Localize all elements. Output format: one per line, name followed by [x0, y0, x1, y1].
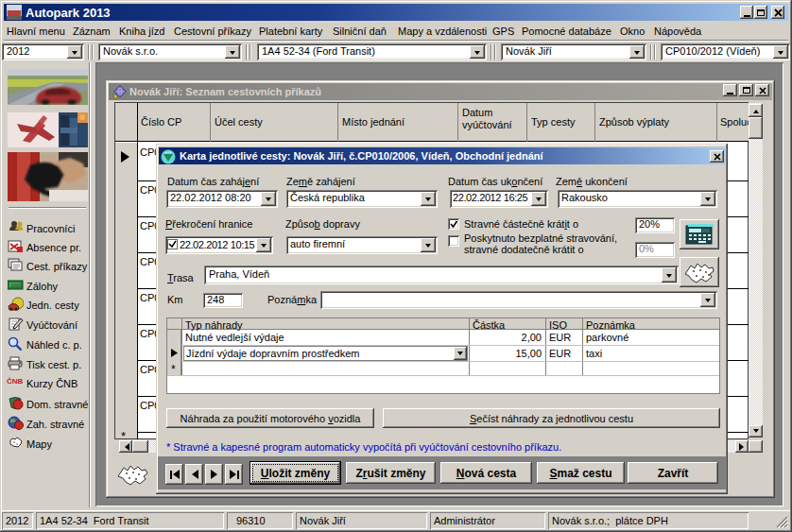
svg-text:1000: 1000	[10, 283, 21, 288]
